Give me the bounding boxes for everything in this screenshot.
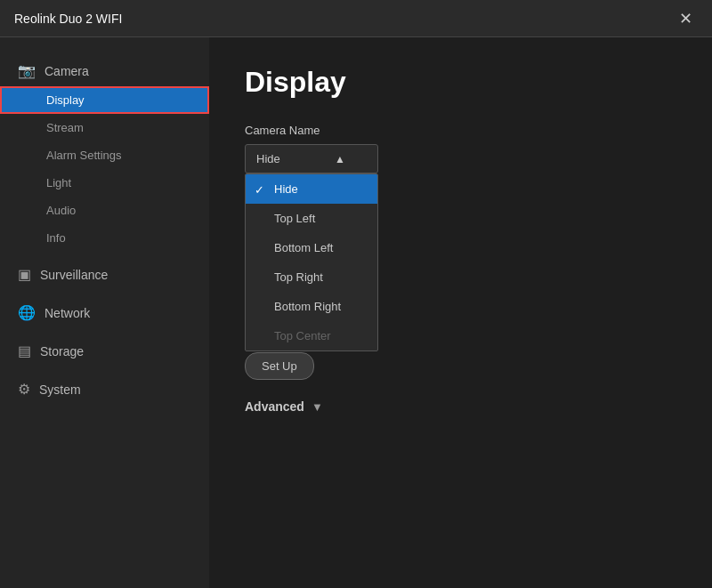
system-icon: ⚙ bbox=[18, 381, 30, 398]
sidebar-item-light[interactable]: Light bbox=[0, 169, 209, 197]
network-icon: 🌐 bbox=[18, 304, 36, 321]
sidebar-header-surveillance[interactable]: ▣ Surveillance bbox=[0, 259, 209, 290]
content-area: Display Camera Name Hide ▲ ✓ Hide Top Le… bbox=[209, 37, 712, 588]
setup-button[interactable]: Set Up bbox=[245, 352, 314, 380]
page-title: Display bbox=[245, 66, 676, 99]
sidebar-header-storage[interactable]: ▤ Storage bbox=[0, 335, 209, 366]
sidebar-surveillance-label: Surveillance bbox=[40, 268, 108, 282]
camera-name-group: Camera Name Hide ▲ ✓ Hide Top Left Botto… bbox=[245, 124, 676, 173]
sidebar-network-label: Network bbox=[44, 306, 90, 320]
camera-name-label: Camera Name bbox=[245, 124, 676, 137]
camera-name-trigger[interactable]: Hide ▲ bbox=[245, 144, 378, 173]
sidebar-section-storage: ▤ Storage bbox=[0, 335, 209, 366]
window-title: Reolink Duo 2 WIFI bbox=[14, 12, 122, 26]
advanced-label: Advanced bbox=[245, 399, 304, 414]
sidebar-section-system: ⚙ System bbox=[0, 374, 209, 405]
surveillance-icon: ▣ bbox=[18, 266, 31, 283]
option-hide[interactable]: ✓ Hide bbox=[246, 174, 377, 204]
sidebar-header-network[interactable]: 🌐 Network bbox=[0, 297, 209, 328]
sidebar-item-stream[interactable]: Stream bbox=[0, 114, 209, 141]
titlebar: Reolink Duo 2 WIFI ✕ bbox=[0, 0, 712, 37]
camera-name-dropdown[interactable]: Hide ▲ ✓ Hide Top Left Bottom Left bbox=[245, 144, 378, 173]
advanced-section[interactable]: Advanced ▼ bbox=[245, 399, 676, 414]
sidebar-section-surveillance: ▣ Surveillance bbox=[0, 259, 209, 290]
sidebar-item-audio[interactable]: Audio bbox=[0, 197, 209, 224]
option-top-left[interactable]: Top Left bbox=[246, 204, 377, 233]
sidebar-header-camera: 📷 Camera bbox=[0, 55, 209, 86]
option-bottom-right[interactable]: Bottom Right bbox=[246, 292, 377, 321]
advanced-chevron-icon: ▼ bbox=[312, 400, 323, 414]
option-top-center: Top Center bbox=[246, 321, 377, 350]
sidebar-item-display[interactable]: Display bbox=[0, 86, 209, 114]
camera-icon: 📷 bbox=[18, 62, 36, 79]
storage-icon: ▤ bbox=[18, 342, 31, 359]
sidebar-storage-label: Storage bbox=[40, 344, 84, 358]
sidebar: 📷 Camera Display Stream Alarm Settings L… bbox=[0, 37, 209, 588]
camera-name-menu: ✓ Hide Top Left Bottom Left Top Right Bo… bbox=[245, 173, 378, 351]
sidebar-camera-label: Camera bbox=[44, 64, 89, 78]
check-icon: ✓ bbox=[255, 182, 264, 196]
sidebar-section-camera: 📷 Camera Display Stream Alarm Settings L… bbox=[0, 55, 209, 252]
dropdown-arrow-icon: ▲ bbox=[335, 153, 345, 165]
close-button[interactable]: ✕ bbox=[674, 7, 698, 30]
main-layout: 📷 Camera Display Stream Alarm Settings L… bbox=[0, 37, 712, 588]
sidebar-item-alarm-settings[interactable]: Alarm Settings bbox=[0, 141, 209, 169]
sidebar-section-network: 🌐 Network bbox=[0, 297, 209, 328]
option-top-right[interactable]: Top Right bbox=[246, 262, 377, 292]
camera-name-selected: Hide bbox=[256, 152, 280, 165]
sidebar-item-info[interactable]: Info bbox=[0, 224, 209, 252]
sidebar-header-system[interactable]: ⚙ System bbox=[0, 374, 209, 405]
option-bottom-left[interactable]: Bottom Left bbox=[246, 233, 377, 262]
sidebar-system-label: System bbox=[39, 383, 81, 397]
